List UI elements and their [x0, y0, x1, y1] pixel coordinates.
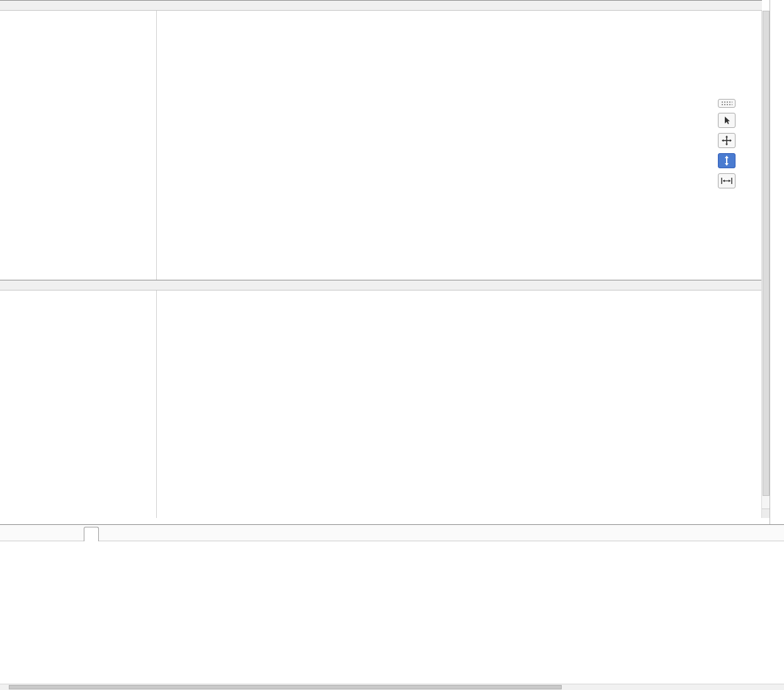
vertical-scrollbar[interactable]	[761, 11, 770, 518]
details-panel	[0, 524, 784, 684]
trace-viewer-window	[0, 0, 784, 690]
selection-tool-button[interactable]	[718, 113, 736, 128]
drag-handle-icon[interactable]	[718, 99, 736, 108]
timeline-tracks	[0, 0, 762, 518]
scroll-down-icon[interactable]	[762, 509, 770, 518]
cursor-arrow-icon	[722, 116, 731, 125]
grip-dots-icon	[721, 101, 732, 106]
cpu-process-header[interactable]	[0, 280, 762, 290]
gpu-process-header[interactable]	[0, 0, 762, 11]
horizontal-scrollbar-thumb[interactable]	[9, 685, 562, 689]
details-fields	[0, 525, 784, 684]
timing-tool-button[interactable]	[718, 173, 736, 188]
track-label-divider	[156, 0, 157, 518]
pan-tool-button[interactable]	[718, 133, 736, 148]
zoom-tool-button[interactable]	[718, 153, 736, 168]
pan-arrows-icon	[722, 135, 732, 146]
vertical-scrollbar-thumb[interactable]	[763, 11, 770, 496]
side-tab-rail	[770, 0, 784, 524]
horizontal-scrollbar[interactable]	[0, 684, 784, 690]
zoom-vertical-arrow-icon	[723, 156, 730, 166]
timing-span-icon	[721, 177, 732, 185]
tool-palette	[718, 99, 738, 193]
